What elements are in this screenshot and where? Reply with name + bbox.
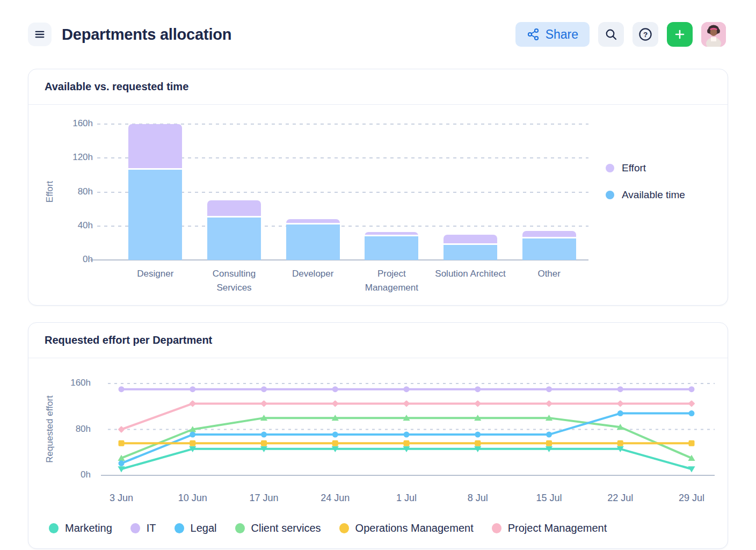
- legend-item: Operations Management: [339, 522, 474, 534]
- y-tick-label: 0h: [28, 469, 91, 480]
- bar-segment-effort: [286, 219, 340, 224]
- data-point: [404, 432, 410, 438]
- data-point: [689, 410, 695, 416]
- legend-label: IT: [147, 522, 156, 534]
- legend-dot: [235, 523, 245, 533]
- data-point: [189, 400, 196, 407]
- bar-segment-available: [444, 245, 497, 260]
- bar-segment-available: [522, 238, 576, 260]
- legend-item: Effort: [606, 162, 685, 174]
- legend-label: Effort: [622, 162, 646, 174]
- legend-label: Client services: [251, 522, 321, 534]
- x-tick-label: 1 Jul: [396, 493, 417, 504]
- data-point: [689, 386, 695, 392]
- y-tick-label: 80h: [28, 186, 93, 197]
- data-point: [119, 460, 125, 466]
- bar-chart-card: Available vs. requested time Effort Effo…: [28, 69, 728, 306]
- legend-dot: [130, 523, 140, 533]
- legend-item: Available time: [606, 189, 685, 201]
- series-line-legal: [121, 414, 692, 464]
- legend-dot: [606, 164, 614, 172]
- data-point: [475, 386, 481, 392]
- x-tick-label: 15 Jul: [536, 493, 562, 504]
- legend-label: Available time: [622, 189, 685, 201]
- data-point: [617, 400, 624, 407]
- plus-icon: [673, 28, 686, 41]
- data-point: [190, 432, 195, 438]
- legend-label: Project Management: [508, 522, 607, 534]
- category-label: Consulting Services: [194, 267, 274, 295]
- bar-column: Other: [510, 124, 588, 260]
- menu-button[interactable]: [28, 23, 52, 46]
- data-point: [617, 386, 623, 392]
- add-button[interactable]: [667, 22, 693, 47]
- x-tick-label: 29 Jul: [679, 493, 704, 504]
- legend-item: Legal: [175, 522, 217, 534]
- data-point: [475, 432, 481, 438]
- stacked-bar: [286, 219, 340, 260]
- data-point: [332, 400, 339, 407]
- legend-dot: [49, 523, 59, 533]
- bar-segment-available: [207, 218, 261, 260]
- y-tick-label: 160h: [28, 118, 93, 129]
- help-button[interactable]: ?: [633, 22, 658, 47]
- data-point: [332, 432, 338, 438]
- line-chart-canvas: [108, 383, 715, 484]
- data-point: [118, 426, 125, 433]
- hamburger-icon: [34, 28, 46, 40]
- help-icon: ?: [638, 27, 652, 41]
- avatar-image: [701, 22, 726, 47]
- data-point: [261, 432, 267, 438]
- stacked-bar: [207, 200, 261, 260]
- legend-item: IT: [130, 522, 156, 534]
- category-label: Designer: [115, 267, 195, 281]
- bar-columns: DesignerConsulting ServicesDeveloperProj…: [116, 124, 588, 260]
- data-point: [404, 386, 410, 392]
- bar-column: Consulting Services: [195, 124, 274, 260]
- legend-label: Marketing: [65, 522, 112, 534]
- x-tick-label: 3 Jun: [110, 493, 133, 504]
- stacked-bar: [365, 232, 418, 260]
- user-avatar[interactable]: [701, 22, 726, 47]
- legend-item: Project Management: [492, 522, 607, 534]
- legend-label: Legal: [191, 522, 217, 534]
- bar-column: Developer: [273, 124, 352, 260]
- bar-chart: Effort EffortAvailable time 0h40h80h120h…: [28, 69, 728, 305]
- data-point: [474, 400, 481, 407]
- x-tick-label: 10 Jun: [178, 493, 207, 504]
- share-button[interactable]: Share: [515, 22, 590, 47]
- data-point: [617, 410, 623, 416]
- y-tick-label: 40h: [28, 220, 93, 231]
- data-point: [332, 386, 338, 392]
- data-point: [617, 440, 623, 446]
- data-point: [403, 400, 410, 407]
- y-tick-label: 120h: [28, 152, 93, 163]
- legend-label: Operations Management: [355, 522, 474, 534]
- chart-legend: EffortAvailable time: [606, 162, 685, 201]
- bar-segment-effort: [522, 231, 576, 238]
- data-point: [475, 440, 481, 446]
- x-tick-label: 22 Jul: [607, 493, 633, 504]
- y-tick-label: 160h: [28, 378, 91, 388]
- data-point: [260, 400, 267, 407]
- data-point: [119, 440, 125, 446]
- legend-item: Client services: [235, 522, 321, 534]
- svg-text:?: ?: [643, 31, 648, 39]
- data-point: [404, 440, 410, 446]
- data-point: [261, 386, 267, 392]
- search-button[interactable]: [598, 22, 624, 47]
- legend-dot: [606, 191, 614, 199]
- top-bar: Departments allocation Share ?: [28, 21, 726, 47]
- data-point: [119, 386, 125, 392]
- share-label: Share: [546, 27, 578, 42]
- x-tick-label: 24 Jun: [321, 493, 350, 504]
- chart-legend: MarketingITLegalClient servicesOperation…: [49, 522, 607, 534]
- legend-item: Marketing: [49, 522, 112, 534]
- data-point: [332, 440, 338, 446]
- data-point: [546, 432, 552, 438]
- search-icon: [605, 28, 617, 41]
- y-tick-label: 0h: [28, 254, 93, 265]
- x-tick-label: 8 Jul: [468, 493, 488, 504]
- data-point: [261, 440, 267, 446]
- stacked-bar: [444, 235, 497, 260]
